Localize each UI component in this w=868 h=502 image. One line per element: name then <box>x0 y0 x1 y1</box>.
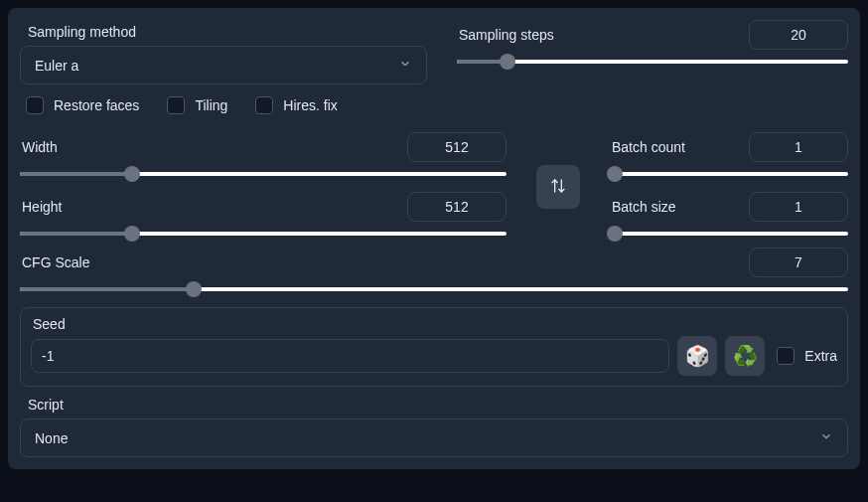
extra-label: Extra <box>804 348 837 364</box>
swap-dimensions-button[interactable] <box>536 165 580 209</box>
checkbox-icon <box>777 347 795 365</box>
cfg-scale-label: CFG Scale <box>22 254 89 270</box>
restore-faces-label: Restore faces <box>54 97 139 113</box>
generation-settings-panel: Sampling method Euler a Sampling steps 2… <box>8 8 860 469</box>
width-label: Width <box>22 139 58 155</box>
dice-icon: 🎲 <box>685 344 710 368</box>
checkbox-icon <box>255 96 273 114</box>
tiling-checkbox[interactable]: Tiling <box>167 96 227 114</box>
width-value[interactable]: 512 <box>407 132 506 162</box>
checkbox-icon <box>167 96 185 114</box>
width-slider[interactable] <box>20 172 506 176</box>
sampling-steps-field: Sampling steps 20 <box>457 20 848 84</box>
sampling-method-value: Euler a <box>35 58 78 74</box>
sampling-method-label: Sampling method <box>28 24 427 40</box>
script-select[interactable]: None <box>20 418 848 457</box>
dimensions-row: Width 512 Height 512 <box>20 132 848 242</box>
restore-faces-checkbox[interactable]: Restore faces <box>26 96 139 114</box>
sampling-method-field: Sampling method Euler a <box>20 20 427 84</box>
height-slider[interactable] <box>20 232 506 236</box>
sampling-steps-slider[interactable] <box>457 60 848 64</box>
extra-checkbox[interactable]: Extra <box>777 347 837 365</box>
hires-fix-checkbox[interactable]: Hires. fix <box>255 96 337 114</box>
seed-input[interactable]: -1 <box>31 339 669 373</box>
dimensions-column: Width 512 Height 512 <box>20 132 506 242</box>
chevron-down-icon <box>398 57 412 74</box>
cfg-scale-field: CFG Scale 7 <box>20 248 848 291</box>
swap-icon <box>550 178 566 197</box>
checkbox-icon <box>26 96 44 114</box>
hires-fix-label: Hires. fix <box>283 97 337 113</box>
sampling-steps-value[interactable]: 20 <box>749 20 848 50</box>
script-label: Script <box>28 397 848 413</box>
reuse-seed-button[interactable]: ♻️ <box>725 336 765 376</box>
batch-size-label: Batch size <box>612 199 676 215</box>
script-value: None <box>35 430 68 446</box>
cfg-scale-value[interactable]: 7 <box>749 248 848 277</box>
script-group: Script None <box>20 397 848 457</box>
height-label: Height <box>22 199 62 215</box>
checkbox-row: Restore faces Tiling Hires. fix <box>20 84 848 132</box>
chevron-down-icon <box>819 429 833 446</box>
batch-size-slider[interactable] <box>610 232 848 236</box>
batch-column: Batch count 1 Batch size 1 <box>610 132 848 242</box>
sampling-row: Sampling method Euler a Sampling steps 2… <box>20 20 848 84</box>
seed-label: Seed <box>33 316 837 332</box>
tiling-label: Tiling <box>195 97 227 113</box>
batch-count-label: Batch count <box>612 139 685 155</box>
cfg-scale-slider[interactable] <box>20 287 848 291</box>
sampling-method-select[interactable]: Euler a <box>20 46 427 84</box>
batch-size-value[interactable]: 1 <box>749 192 848 222</box>
sampling-steps-label: Sampling steps <box>459 27 554 43</box>
recycle-icon: ♻️ <box>733 344 758 368</box>
batch-count-slider[interactable] <box>610 172 848 176</box>
height-value[interactable]: 512 <box>407 192 506 222</box>
batch-count-value[interactable]: 1 <box>749 132 848 162</box>
random-seed-button[interactable]: 🎲 <box>677 336 717 376</box>
seed-group: Seed -1 🎲 ♻️ Extra <box>20 307 848 387</box>
